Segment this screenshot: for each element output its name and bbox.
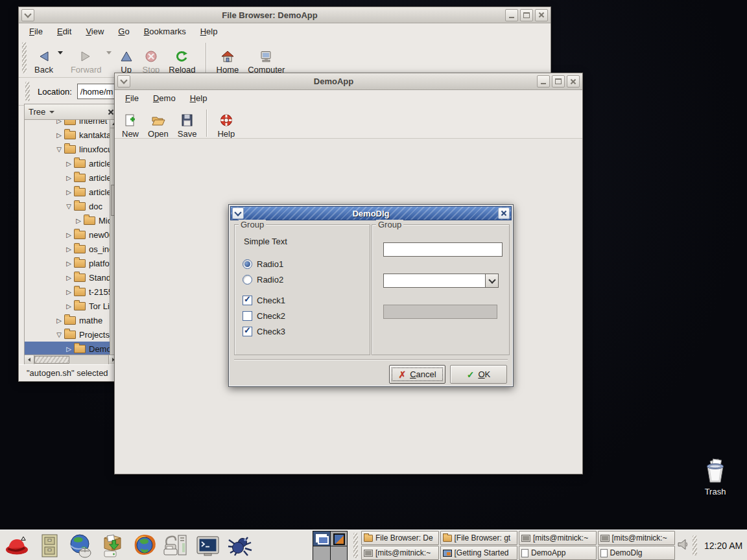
menu-file[interactable]: File	[120, 92, 144, 104]
computer-button[interactable]: Computer	[243, 40, 289, 75]
save-button[interactable]: Save	[173, 107, 202, 139]
clock-drag-handle[interactable]	[693, 535, 697, 555]
combo-box[interactable]	[383, 274, 499, 288]
demoapp-titlebar[interactable]: DemoApp	[115, 73, 582, 90]
trash-icon[interactable]: Trash	[698, 458, 733, 496]
text-input[interactable]	[383, 242, 503, 257]
tree-item-article[interactable]: ▷article	[25, 156, 110, 170]
workspace-switcher[interactable]	[313, 531, 348, 560]
combo-input[interactable]	[383, 274, 486, 288]
workspace-2[interactable]	[331, 531, 348, 546]
tree-item-internet[interactable]: ▷internet	[25, 120, 110, 128]
tree-item-mathe[interactable]: ▷mathe	[25, 313, 110, 327]
launcher-printer-hardware[interactable]	[163, 533, 190, 559]
radio-radio1[interactable]: Radio1	[243, 256, 283, 272]
sidebar-header[interactable]: Tree	[25, 104, 118, 120]
menu-go[interactable]: Go	[113, 25, 134, 38]
ok-button[interactable]: ✓ OK	[450, 365, 507, 384]
collapse-icon[interactable]: ▽	[54, 331, 64, 338]
expand-icon[interactable]: ▷	[74, 217, 83, 224]
expand-icon[interactable]: ▷	[64, 345, 73, 353]
checkbox-check3[interactable]: Check3	[243, 323, 285, 339]
forward-button[interactable]: Forward	[66, 40, 106, 75]
expand-icon[interactable]: ▷	[64, 160, 73, 167]
cancel-button[interactable]: ✗ Cancel	[389, 365, 445, 384]
open-button[interactable]: Open	[143, 107, 173, 139]
window-menu-button[interactable]	[21, 9, 34, 21]
tree-item-article[interactable]: ▷article	[25, 185, 110, 199]
expand-icon[interactable]: ▷	[64, 189, 73, 196]
menu-demo[interactable]: Demo	[148, 92, 181, 104]
tree-item-projects[interactable]: ▽Projects	[25, 327, 110, 342]
window-menu-button[interactable]	[232, 207, 244, 219]
radio-icon[interactable]	[243, 275, 252, 285]
close-button[interactable]	[498, 207, 510, 219]
launcher-terminal[interactable]	[195, 533, 222, 559]
checkbox-icon[interactable]	[243, 296, 252, 305]
launcher-package-installer[interactable]	[99, 533, 126, 559]
expand-icon[interactable]: ▷	[54, 317, 64, 324]
checkbox-check2[interactable]: Check2	[243, 308, 285, 323]
expand-icon[interactable]: ▷	[64, 231, 73, 239]
help-button[interactable]: Help	[213, 107, 239, 139]
reload-button[interactable]: Reload	[164, 40, 200, 75]
file-browser-titlebar[interactable]: File Browser: DemoApp	[19, 7, 551, 23]
tree-item-doc[interactable]: ▽doc	[25, 199, 110, 213]
expand-icon[interactable]: ▷	[64, 260, 73, 267]
launcher-red-hat-menu[interactable]	[4, 533, 31, 559]
back-dropdown-icon[interactable]	[58, 51, 63, 54]
tree-item-mic[interactable]: ▷Mic	[25, 213, 110, 228]
demodlg-titlebar[interactable]: DemoDlg	[230, 206, 512, 220]
launcher-web-browser[interactable]	[67, 533, 95, 559]
radio-icon[interactable]	[243, 259, 252, 269]
launcher-bug-reporter[interactable]	[226, 533, 254, 559]
workspace-3[interactable]	[313, 546, 330, 560]
taskbar-window-demodlg[interactable]: DemoDlg	[598, 546, 676, 560]
tree-item-new00[interactable]: ▷new00	[25, 228, 110, 242]
combo-dropdown-button[interactable]	[486, 274, 499, 288]
workspace-1[interactable]	[313, 531, 330, 546]
launcher-mozilla-browser[interactable]	[131, 533, 158, 559]
checkbox-check1[interactable]: Check1	[243, 292, 285, 308]
menu-view[interactable]: View	[80, 25, 109, 38]
expand-icon[interactable]: ▷	[64, 303, 73, 310]
forward-dropdown-icon[interactable]	[106, 51, 112, 54]
back-button[interactable]: Back	[30, 40, 58, 75]
launcher-file-manager[interactable]	[36, 533, 63, 559]
close-sidebar-icon[interactable]	[108, 109, 114, 115]
minimize-button[interactable]	[505, 9, 518, 21]
tree-item-tor-lil[interactable]: ▷Tor Lil	[25, 299, 110, 313]
taskbar-window-file-browser-gt[interactable]: [File Browser: gt	[440, 531, 518, 545]
tree-item-t-2155[interactable]: ▷t-2155	[25, 285, 110, 299]
tree-item-demoa[interactable]: ▷DemoA	[25, 342, 110, 355]
menu-bookmarks[interactable]: Bookmarks	[139, 25, 191, 38]
menu-file[interactable]: File	[24, 25, 48, 38]
close-button[interactable]	[535, 9, 548, 21]
toolbar-drag-handle[interactable]	[22, 42, 27, 73]
taskbar-window-demoapp[interactable]: DemoApp	[519, 546, 597, 560]
horizontal-scrollbar[interactable]	[25, 355, 118, 364]
collapse-icon[interactable]: ▽	[54, 146, 64, 153]
expand-icon[interactable]: ▷	[64, 274, 73, 281]
collapse-icon[interactable]: ▽	[64, 203, 73, 210]
radio-radio2[interactable]: Radio2	[243, 272, 283, 287]
expand-icon[interactable]: ▷	[64, 246, 73, 253]
new-button[interactable]: New	[117, 107, 143, 139]
scroll-left-button[interactable]	[25, 355, 34, 364]
scrollbar-thumb[interactable]	[34, 356, 69, 364]
expand-icon[interactable]: ▷	[64, 174, 73, 181]
tree-item-standa[interactable]: ▷Standa	[25, 270, 110, 285]
tasklist-drag-handle[interactable]	[353, 533, 358, 558]
minimize-button[interactable]	[537, 75, 550, 88]
home-button[interactable]: Home	[212, 40, 244, 75]
tree-item-article[interactable]: ▷article	[25, 170, 110, 185]
tree-item-linuxfocu[interactable]: ▽linuxfocu	[25, 142, 110, 156]
tree-item-kantakta[interactable]: ▷kantakta	[25, 128, 110, 142]
taskbar-window-mits-mitnick[interactable]: [mits@mitnick:~	[519, 531, 597, 545]
taskbar-window-getting-started[interactable]: [Getting Started	[440, 546, 518, 560]
checkbox-icon[interactable]	[243, 327, 252, 336]
tree-item-os-inc[interactable]: ▷os_inc	[25, 242, 110, 256]
window-menu-button[interactable]	[117, 75, 130, 88]
taskbar-window-mits-mitnick[interactable]: [mits@mitnick:~	[361, 546, 439, 560]
checkbox-icon[interactable]	[243, 311, 252, 321]
